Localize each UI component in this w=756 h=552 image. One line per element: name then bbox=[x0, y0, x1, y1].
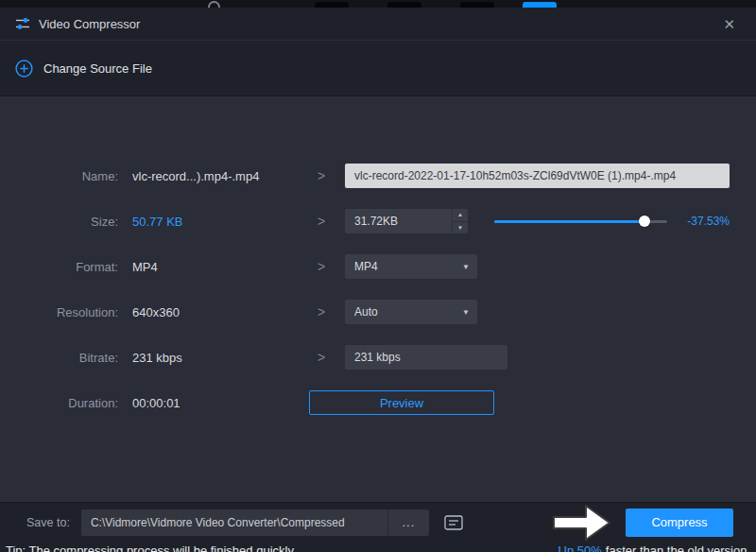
chevron-right-icon: > bbox=[312, 214, 345, 229]
size-input-value[interactable]: 31.72KB bbox=[345, 209, 452, 233]
footer-tip-right: faster than the old version. bbox=[606, 543, 750, 552]
chevron-down-icon: ▼ bbox=[462, 263, 470, 271]
format-label: Format: bbox=[0, 260, 118, 274]
bitrate-current-value: 231 kbps bbox=[118, 351, 312, 365]
name-input[interactable]: vlc-record-2022-01-17-10h52m03s-ZCl69dVt… bbox=[345, 164, 730, 188]
bitrate-input[interactable]: 231 kbps bbox=[345, 345, 507, 370]
toolbar-partial-icon bbox=[460, 2, 494, 8]
size-controls: 31.72KB ▲ ▼ -37.53% bbox=[345, 209, 730, 233]
compressor-icon bbox=[15, 16, 30, 31]
chevron-right-icon: > bbox=[312, 350, 345, 365]
size-label: Size: bbox=[0, 215, 118, 229]
size-row: Size: 50.77 KB > 31.72KB ▲ ▼ -37.53% bbox=[0, 198, 730, 244]
spin-down-icon[interactable]: ▼ bbox=[453, 222, 468, 234]
size-slider-thumb[interactable] bbox=[639, 216, 650, 227]
toolbar-partial-icon bbox=[387, 2, 421, 8]
duration-label: Duration: bbox=[0, 396, 118, 410]
name-current-value: vlc-record...).mp4-.mp4 bbox=[118, 169, 312, 183]
compressor-form: Name: vlc-record...).mp4-.mp4 > vlc-reco… bbox=[0, 96, 756, 502]
toolbar-partial-icon bbox=[315, 2, 349, 8]
toolbar-partial-icon-active bbox=[523, 2, 557, 8]
size-spinner: ▲ ▼ bbox=[452, 209, 468, 233]
open-output-folder-button[interactable] bbox=[440, 511, 467, 534]
format-select[interactable]: MP4 ▼ bbox=[345, 254, 477, 279]
chevron-down-icon: ▼ bbox=[462, 308, 470, 317]
resolution-selected-option: Auto bbox=[354, 305, 378, 319]
toolbar-partial-icon bbox=[208, 1, 220, 8]
change-source-file-button[interactable]: Change Source File bbox=[0, 40, 756, 96]
resolution-label: Resolution: bbox=[0, 305, 118, 319]
video-compressor-window: Video Compressor ✕ Change Source File Na… bbox=[0, 0, 756, 552]
resolution-row: Resolution: 640x360 > Auto ▼ bbox=[0, 289, 730, 335]
titlebar: Video Compressor ✕ bbox=[0, 8, 756, 40]
format-selected-option: MP4 bbox=[354, 260, 378, 273]
name-label: Name: bbox=[0, 169, 118, 183]
format-row: Format: MP4 > MP4 ▼ bbox=[0, 244, 730, 289]
size-spinner-input[interactable]: 31.72KB ▲ ▼ bbox=[345, 209, 468, 233]
annotation-arrow-icon bbox=[552, 503, 612, 543]
save-path-box: C:\Vidmore\Vidmore Video Converter\Compr… bbox=[81, 509, 429, 536]
spin-up-icon[interactable]: ▲ bbox=[453, 209, 468, 222]
duration-row: Duration: 00:00:01 Preview bbox=[0, 380, 730, 425]
footer-tip-left: Tip: The compressing process will be fin… bbox=[6, 543, 297, 552]
chevron-right-icon: > bbox=[312, 304, 345, 319]
chevron-right-icon: > bbox=[312, 259, 345, 274]
folder-icon bbox=[444, 515, 463, 530]
footer-tip-clipped: Tip: The compressing process will be fin… bbox=[0, 542, 756, 552]
close-icon[interactable]: ✕ bbox=[719, 15, 739, 33]
footer-tip-highlight: Up 50% bbox=[558, 543, 602, 552]
window-title: Video Compressor bbox=[39, 17, 140, 31]
name-row: Name: vlc-record...).mp4-.mp4 > vlc-reco… bbox=[0, 153, 730, 198]
save-to-label: Save to: bbox=[26, 516, 70, 529]
preview-button[interactable]: Preview bbox=[309, 390, 494, 415]
save-bar: Save to: C:\Vidmore\Vidmore Video Conver… bbox=[0, 502, 756, 542]
size-current-value: 50.77 KB bbox=[118, 215, 312, 229]
change-source-file-label: Change Source File bbox=[43, 61, 152, 76]
duration-current-value: 00:00:01 bbox=[118, 396, 312, 410]
browse-more-button[interactable]: ... bbox=[387, 509, 429, 536]
bitrate-label: Bitrate: bbox=[0, 351, 118, 365]
chevron-right-icon: > bbox=[312, 168, 345, 183]
resolution-current-value: 640x360 bbox=[118, 305, 312, 319]
size-percent-value: -37.53% bbox=[679, 215, 730, 228]
resolution-select[interactable]: Auto ▼ bbox=[345, 300, 477, 324]
format-current-value: MP4 bbox=[118, 260, 312, 274]
bitrate-row: Bitrate: 231 kbps > 231 kbps bbox=[0, 335, 730, 380]
compress-button[interactable]: Compress bbox=[626, 509, 733, 537]
add-circle-icon bbox=[15, 60, 33, 78]
size-slider-fill bbox=[494, 220, 644, 223]
background-toolbar-strip bbox=[0, 0, 756, 8]
save-path-input[interactable]: C:\Vidmore\Vidmore Video Converter\Compr… bbox=[81, 509, 387, 536]
footer-tip-right-group: Up 50% faster than the old version. bbox=[555, 543, 750, 552]
size-slider[interactable] bbox=[494, 216, 667, 227]
